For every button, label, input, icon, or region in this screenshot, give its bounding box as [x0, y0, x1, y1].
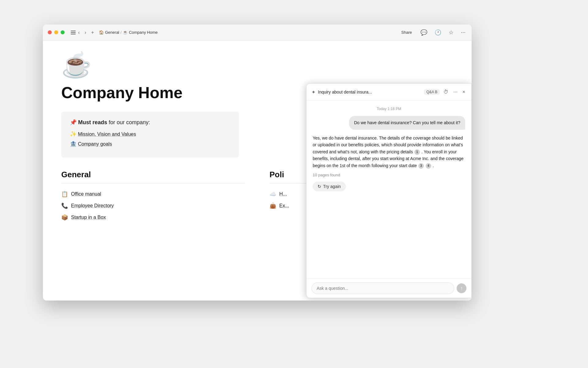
- chat-messages: Today 1:18 PM Do we have dental insuranc…: [307, 101, 471, 278]
- policy-item-1-icon: ☁️: [270, 191, 276, 197]
- close-icon: ×: [462, 89, 465, 95]
- chat-mode-badge[interactable]: Q&A B: [424, 89, 440, 95]
- general-section: General 📋 Office manual 📞 Employee Direc…: [61, 170, 245, 223]
- company-goals-link[interactable]: Company goals: [78, 141, 112, 147]
- app-window: ‹ › + 🏠 General / ☕ Company Home Share 💬…: [43, 25, 472, 301]
- ai-response: Yes, we do have dental insurance. The de…: [313, 135, 465, 169]
- more-icon: ···: [453, 89, 457, 95]
- history-button[interactable]: 🕐: [433, 28, 443, 37]
- titlebar-actions: Share 💬 🕐 ☆ ···: [399, 28, 467, 37]
- breadcrumb-home-icon: 🏠: [99, 30, 104, 35]
- more-options-button[interactable]: ···: [460, 28, 467, 37]
- mission-vision-link[interactable]: Mission, Vision and Values: [78, 132, 136, 137]
- must-reads-box: 📌 Must reads for our company: ✨ Mission,…: [61, 112, 239, 158]
- comments-button[interactable]: 💬: [419, 28, 428, 37]
- chat-panel: ✦ Inquiry about dental insura... Q&A B ⏱…: [306, 83, 472, 298]
- forward-button[interactable]: ›: [83, 29, 87, 36]
- breadcrumb-separator: /: [120, 30, 122, 35]
- citation-3-badge[interactable]: 3: [418, 163, 424, 169]
- breadcrumb-page[interactable]: Company Home: [129, 30, 158, 35]
- nav-controls: ‹ › +: [77, 29, 95, 36]
- send-icon: ↑: [460, 286, 463, 291]
- citation-1-badge[interactable]: 1: [414, 149, 420, 155]
- chat-title: Inquiry about dental insura...: [318, 90, 421, 94]
- office-manual-icon: 📋: [61, 191, 68, 197]
- maximize-button[interactable]: [61, 30, 65, 34]
- startup-in-box-icon: 📦: [61, 214, 68, 221]
- must-reads-list: ✨ Mission, Vision and Values 🏦 Company g…: [70, 131, 230, 147]
- breadcrumb-page-icon: ☕: [123, 30, 128, 35]
- breadcrumb: 🏠 General / ☕ Company Home: [99, 30, 399, 35]
- titlebar: ‹ › + 🏠 General / ☕ Company Home Share 💬…: [43, 25, 472, 40]
- try-again-label: Try again: [323, 184, 341, 189]
- try-again-button[interactable]: ↻ Try again: [313, 182, 346, 191]
- general-items-list: 📋 Office manual 📞 Employee Directory 📦 S…: [61, 188, 245, 223]
- employee-directory-link[interactable]: Employee Directory: [71, 203, 114, 209]
- policy-item-2-icon: 👜: [270, 202, 276, 209]
- chat-send-button[interactable]: ↑: [457, 283, 466, 293]
- must-reads-item: ✨ Mission, Vision and Values: [70, 131, 230, 137]
- item-emoji: ✨: [70, 131, 77, 137]
- breadcrumb-section[interactable]: General: [105, 30, 119, 35]
- close-button[interactable]: [48, 30, 52, 34]
- chat-input[interactable]: [311, 282, 454, 294]
- user-message-text: Do we have dental insurance? Can you tel…: [349, 116, 465, 130]
- startup-in-box-link[interactable]: Startup in a Box: [71, 215, 106, 220]
- list-item: 📋 Office manual: [61, 188, 245, 200]
- list-item: 📦 Startup in a Box: [61, 212, 245, 223]
- traffic-lights: [48, 30, 65, 34]
- sidebar-toggle-button[interactable]: [70, 29, 77, 36]
- page-icon: ☕: [61, 53, 453, 77]
- general-section-title: General: [61, 170, 245, 183]
- share-button[interactable]: Share: [399, 29, 414, 36]
- policy-item-2-link[interactable]: Ex...: [279, 203, 289, 209]
- list-item: 📞 Employee Directory: [61, 200, 245, 212]
- chat-more-button[interactable]: ···: [452, 88, 458, 96]
- back-button[interactable]: ‹: [77, 29, 81, 36]
- chat-close-button[interactable]: ×: [461, 88, 466, 96]
- office-manual-link[interactable]: Office manual: [71, 191, 101, 197]
- chat-history-button[interactable]: ⏱: [442, 88, 450, 96]
- bookmark-button[interactable]: ☆: [447, 28, 455, 37]
- must-reads-item: 🏦 Company goals: [70, 140, 230, 147]
- policy-item-1-link[interactable]: H...: [279, 191, 287, 197]
- chat-input-area: ↑: [307, 278, 471, 298]
- pages-found-label: 10 pages found: [313, 173, 465, 177]
- chat-timestamp: Today 1:18 PM: [313, 107, 465, 111]
- citation-4-badge[interactable]: 4: [426, 163, 431, 169]
- refresh-icon: ↻: [318, 184, 321, 189]
- add-button[interactable]: +: [90, 29, 95, 36]
- employee-directory-icon: 📞: [61, 202, 68, 209]
- main-content: ☕ Company Home 📌 Must reads for our comp…: [43, 40, 472, 301]
- ai-sparkle-icon: ✦: [311, 89, 315, 95]
- history-icon: ⏱: [443, 89, 448, 95]
- chat-header-icons: ⏱ ··· ×: [442, 88, 466, 96]
- minimize-button[interactable]: [54, 30, 58, 34]
- ai-response-text-3: .: [433, 163, 434, 168]
- must-reads-title: 📌 Must reads for our company:: [70, 119, 230, 126]
- user-message-bubble: Do we have dental insurance? Can you tel…: [313, 116, 465, 130]
- chat-header: ✦ Inquiry about dental insura... Q&A B ⏱…: [307, 84, 471, 101]
- item-emoji: 🏦: [70, 141, 77, 147]
